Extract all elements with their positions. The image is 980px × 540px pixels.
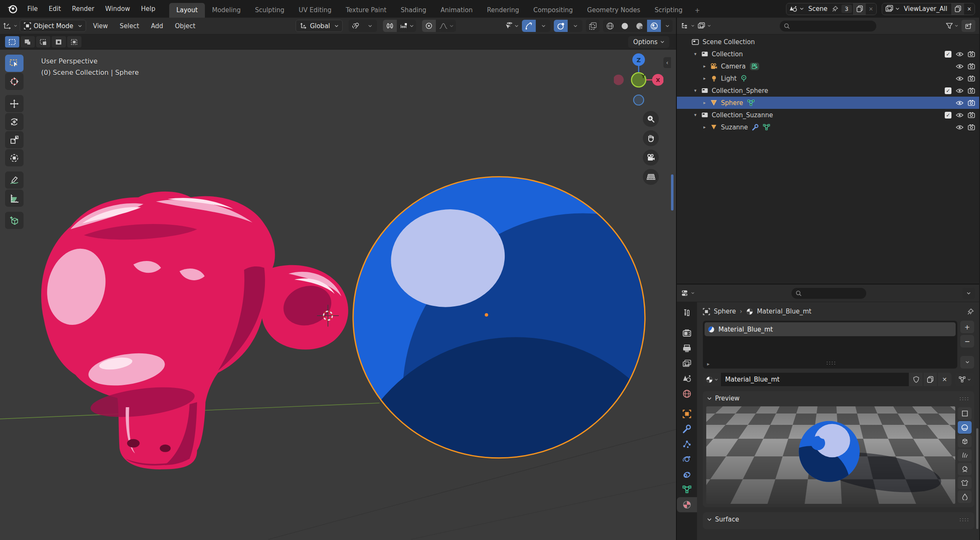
tab-render[interactable]	[677, 326, 697, 341]
editor-type-button[interactable]	[3, 20, 17, 32]
tool-annotate[interactable]	[5, 171, 24, 189]
pin-icon[interactable]	[967, 308, 974, 315]
menu-file[interactable]: File	[22, 3, 43, 15]
shading-wireframe-button[interactable]	[603, 20, 617, 32]
hide-eye-toggle[interactable]	[956, 112, 964, 118]
tool-scale[interactable]	[5, 131, 24, 148]
viewlayer-name[interactable]: ViewLayer_All	[902, 5, 952, 13]
toggle-ortho-button[interactable]	[643, 169, 659, 185]
menu-render[interactable]: Render	[66, 3, 100, 15]
hide-eye-toggle[interactable]	[956, 76, 964, 82]
tab-tool[interactable]	[677, 306, 697, 321]
tab-modifiers[interactable]	[677, 421, 697, 437]
outliner-row-camera[interactable]: ▸ Camera	[677, 60, 979, 72]
tab-particles[interactable]	[677, 437, 697, 452]
render-visibility-toggle[interactable]	[968, 100, 975, 106]
properties-scrollbar[interactable]	[976, 428, 978, 529]
render-visibility-toggle[interactable]	[968, 75, 975, 82]
fake-user-button[interactable]	[909, 373, 923, 386]
new-material-button[interactable]	[923, 373, 937, 386]
tool-measure[interactable]	[5, 190, 24, 207]
tab-geometry-nodes[interactable]: Geometry Nodes	[580, 3, 647, 18]
camera-data-badge[interactable]	[750, 63, 759, 70]
pan-button[interactable]	[643, 130, 659, 146]
hide-eye-toggle[interactable]	[956, 88, 964, 94]
exclude-checkbox[interactable]: ✓	[945, 112, 951, 119]
hide-eye-toggle[interactable]	[956, 100, 964, 106]
tab-texture-paint[interactable]: Texture Paint	[338, 3, 393, 18]
tab-physics[interactable]	[677, 452, 697, 467]
preview-sphere-button[interactable]	[958, 421, 972, 434]
viewlayer-new-button[interactable]	[951, 3, 964, 15]
falloff-dropdown-button[interactable]	[437, 20, 456, 32]
outliner-display-mode-button[interactable]	[697, 20, 711, 32]
menu-view[interactable]: View	[89, 21, 113, 32]
tool-add-cube[interactable]	[5, 212, 24, 229]
viewlayer-remove-button[interactable]: ✕	[964, 3, 975, 15]
menu-help[interactable]: Help	[136, 3, 161, 15]
mode-dropdown[interactable]: Object Mode	[20, 20, 86, 32]
mesh-data-badge[interactable]	[747, 100, 755, 106]
zoom-button[interactable]	[643, 111, 659, 127]
outliner-row-collection[interactable]: ▾ Collection ✓	[677, 48, 979, 60]
xray-toggle-button[interactable]	[586, 20, 600, 32]
light-data-badge[interactable]	[741, 75, 747, 82]
unlink-material-button[interactable]: ✕	[937, 373, 951, 386]
tab-uv-editing[interactable]: UV Editing	[291, 3, 338, 18]
modifier-badge[interactable]	[752, 124, 759, 131]
panel-drag-grip[interactable]	[959, 397, 970, 400]
pivot-dropdown-button[interactable]	[363, 20, 377, 32]
hide-eye-toggle[interactable]	[956, 51, 964, 57]
add-workspace-button[interactable]: +	[690, 3, 705, 18]
breadcrumb-material[interactable]: Material_Blue_mt	[757, 308, 812, 315]
breadcrumb-object[interactable]: Sphere	[714, 308, 736, 315]
viewport-scroll-indicator[interactable]	[671, 174, 673, 211]
exclude-checkbox[interactable]: ✓	[945, 87, 951, 94]
outliner-editor-type-button[interactable]	[681, 20, 694, 32]
select-mode-intersect-button[interactable]	[67, 36, 81, 47]
exclude-checkbox[interactable]: ✓	[945, 51, 951, 58]
menu-edit[interactable]: Edit	[43, 3, 66, 15]
suzanne-object[interactable]	[39, 192, 349, 469]
preview-cloth-button[interactable]	[958, 477, 972, 489]
expand-toggle[interactable]: ▸	[700, 63, 709, 69]
preview-cube-button[interactable]	[958, 435, 972, 448]
remove-slot-button[interactable]: −	[960, 335, 974, 348]
tab-constraints[interactable]	[677, 467, 697, 482]
select-mode-extend-button[interactable]	[21, 36, 35, 47]
render-visibility-toggle[interactable]	[968, 63, 975, 69]
node-tree-button[interactable]	[955, 373, 974, 386]
new-collection-button[interactable]	[962, 20, 975, 32]
transform-orientation-dropdown[interactable]: Global	[296, 20, 343, 32]
menu-select[interactable]: Select	[115, 21, 144, 32]
select-mode-invert-button[interactable]	[52, 36, 66, 47]
tab-modeling[interactable]: Modeling	[205, 3, 248, 18]
expand-toggle[interactable]: ▾	[691, 112, 700, 118]
material-slot-list[interactable]: Material_Blue_mt ▸	[703, 321, 957, 369]
tab-output[interactable]	[677, 341, 697, 356]
tab-shading[interactable]: Shading	[393, 3, 433, 18]
pin-icon[interactable]	[832, 5, 839, 12]
render-visibility-toggle[interactable]	[968, 87, 975, 94]
tab-rendering[interactable]: Rendering	[480, 3, 527, 18]
scene-browse-button[interactable]	[786, 3, 807, 15]
select-mode-subtract-button[interactable]	[36, 36, 50, 47]
tab-layout[interactable]: Layout	[169, 3, 205, 18]
outliner-filter-button[interactable]	[945, 20, 959, 32]
preview-panel-header[interactable]: Preview	[703, 391, 974, 406]
menu-window[interactable]: Window	[100, 3, 136, 15]
shading-dropdown-button[interactable]	[662, 20, 673, 32]
slot-specials-button[interactable]	[960, 356, 974, 369]
properties-options-button[interactable]	[962, 288, 975, 299]
tab-scene[interactable]	[677, 371, 697, 386]
tab-material[interactable]	[677, 497, 697, 512]
expand-toggle[interactable]: ▸	[700, 124, 709, 130]
tab-object[interactable]	[677, 406, 697, 421]
render-visibility-toggle[interactable]	[968, 112, 975, 118]
gizmo-dropdown-button[interactable]	[537, 20, 550, 32]
tab-view-layer[interactable]	[677, 356, 697, 371]
add-slot-button[interactable]: +	[960, 321, 974, 333]
tab-animation[interactable]: Animation	[433, 3, 480, 18]
options-button[interactable]: Options	[628, 36, 669, 48]
outliner-row-collection-suzanne[interactable]: ▾ Collection_Suzanne ✓	[677, 109, 979, 121]
